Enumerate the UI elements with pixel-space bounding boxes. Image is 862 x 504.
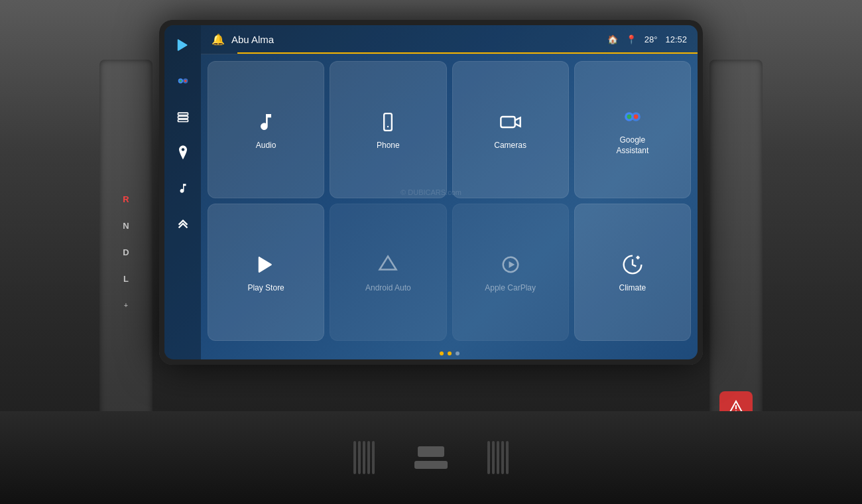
center-control-bar — [414, 461, 448, 469]
time-display: 12:52 — [665, 34, 687, 44]
header-location-title: Abu Alma — [231, 34, 601, 45]
android-auto-icon — [375, 251, 401, 278]
header-right-info: 🏠 📍 28° 12:52 — [607, 34, 687, 44]
sidebar-chevron-icon[interactable] — [171, 212, 195, 236]
gear-item-r[interactable]: R — [115, 188, 137, 210]
vent-slat — [353, 441, 356, 474]
vent-slat — [487, 441, 490, 474]
vent-slat — [506, 441, 509, 474]
sidebar — [164, 25, 201, 359]
vent-slat — [372, 441, 375, 474]
car-interior: R N D L + — [0, 0, 862, 504]
center-control-slider[interactable] — [418, 446, 444, 457]
gear-selector-column: R N D L + — [99, 60, 153, 444]
audio-app-tile[interactable]: Audio — [208, 61, 324, 198]
page-dot-2 — [448, 351, 452, 355]
sidebar-map-icon[interactable] — [171, 141, 195, 164]
vent-slat — [358, 441, 361, 474]
page-dot-3 — [456, 351, 460, 355]
svg-rect-6 — [178, 119, 188, 121]
right-panel — [709, 60, 763, 444]
apple-carplay-label: Apple CarPlay — [485, 283, 536, 294]
location-pin-icon[interactable]: 📍 — [626, 34, 637, 44]
svg-rect-4 — [178, 113, 188, 115]
audio-icon — [253, 109, 279, 135]
gear-item-l[interactable]: L — [115, 268, 137, 289]
svg-point-2 — [179, 80, 182, 82]
page-dot-1 — [440, 351, 444, 355]
page-indicator — [201, 347, 698, 359]
dashboard-bottom — [0, 411, 862, 504]
svg-rect-5 — [178, 116, 188, 118]
notification-bell-icon[interactable]: 🔔 — [212, 33, 225, 46]
vent-slat — [363, 441, 365, 474]
apple-carplay-icon — [497, 251, 524, 278]
cameras-app-tile[interactable]: Cameras — [452, 61, 569, 198]
apple-carplay-app-tile[interactable]: Apple CarPlay — [452, 204, 569, 341]
gear-selector: R N D L + — [115, 188, 137, 316]
cameras-icon — [497, 109, 524, 135]
vent-slat — [492, 441, 495, 474]
phone-icon — [375, 109, 401, 135]
play-store-label: Play Store — [247, 283, 284, 294]
google-assistant-label: GoogleAssistant — [617, 135, 649, 156]
gear-item-plus[interactable]: + — [115, 294, 137, 316]
infotainment-screen-wrapper: 🔔 Abu Alma 🏠 📍 28° 12:52 — [159, 20, 703, 365]
header-bar: 🔔 Abu Alma 🏠 📍 28° 12:52 — [201, 25, 698, 54]
sidebar-layers-icon[interactable] — [171, 105, 195, 129]
gear-item-d[interactable]: D — [115, 241, 137, 263]
play-store-app-tile[interactable]: Play Store — [208, 204, 324, 341]
vent-slat — [497, 441, 499, 474]
screen-bezel: 🔔 Abu Alma 🏠 📍 28° 12:52 — [159, 20, 703, 365]
temperature-display: 28° — [645, 34, 658, 44]
climate-icon — [619, 251, 646, 278]
svg-rect-7 — [385, 113, 393, 131]
infotainment-screen: 🔔 Abu Alma 🏠 📍 28° 12:52 — [164, 25, 698, 359]
android-auto-label: Android Auto — [365, 283, 411, 294]
svg-rect-9 — [501, 117, 515, 127]
play-store-icon — [253, 251, 279, 278]
sidebar-music-icon[interactable] — [171, 176, 195, 200]
main-content: 🔔 Abu Alma 🏠 📍 28° 12:52 — [201, 25, 698, 359]
phone-app-tile[interactable]: Phone — [330, 61, 446, 198]
svg-point-3 — [184, 80, 186, 82]
google-assistant-icon — [619, 103, 646, 130]
svg-point-12 — [627, 115, 631, 119]
phone-label: Phone — [377, 141, 400, 151]
svg-point-13 — [634, 115, 639, 119]
center-controls — [414, 446, 448, 469]
right-vent — [487, 441, 509, 474]
android-auto-app-tile[interactable]: Android Auto — [330, 204, 446, 341]
left-vent — [353, 441, 375, 474]
svg-marker-14 — [380, 256, 397, 269]
svg-marker-16 — [509, 261, 515, 268]
vent-slat — [501, 441, 504, 474]
vent-slat — [367, 441, 370, 474]
sidebar-play-store-icon[interactable] — [171, 33, 195, 57]
climate-label: Climate — [619, 283, 646, 294]
home-icon[interactable]: 🏠 — [607, 34, 618, 44]
gear-item-n[interactable]: N — [115, 215, 137, 236]
climate-app-tile[interactable]: Climate — [574, 204, 691, 341]
cameras-label: Cameras — [494, 141, 526, 151]
sidebar-assistant-icon[interactable] — [171, 69, 195, 93]
app-grid: Audio Phone — [201, 54, 698, 347]
audio-label: Audio — [256, 141, 277, 151]
google-assistant-app-tile[interactable]: GoogleAssistant — [574, 61, 691, 198]
